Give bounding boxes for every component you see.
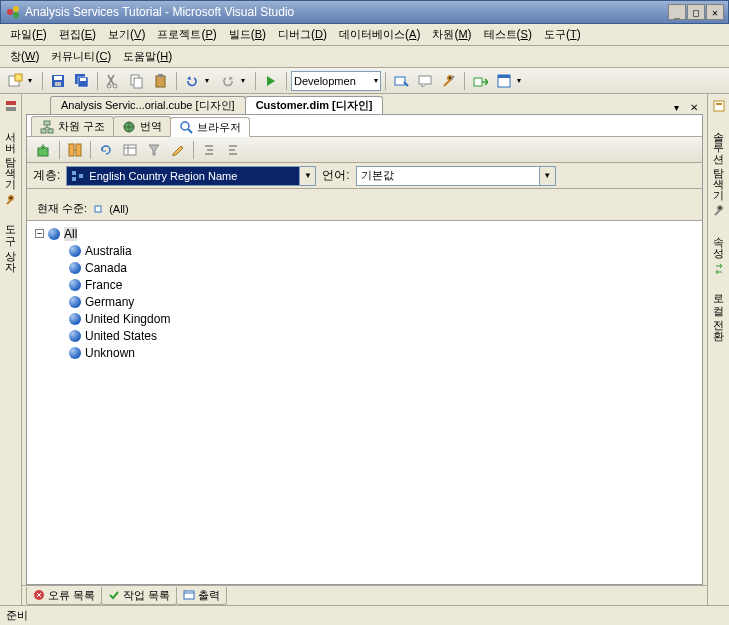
window-layout-button[interactable] [493,70,515,92]
expand-collapse-icon[interactable]: − [35,229,44,238]
tree-member-node[interactable]: Canada [69,259,694,276]
tab-dimension-structure[interactable]: 차원 구조 [31,116,114,136]
deploy-button[interactable] [469,70,491,92]
language-combo[interactable]: 기본값 ▼ [356,166,556,186]
redo-dropdown-icon[interactable]: ▾ [241,76,251,85]
error-list-tab[interactable]: 오류 목록 [26,587,102,605]
solution-explorer-icon[interactable] [711,98,727,114]
tree-member-node[interactable]: France [69,276,694,293]
menu-community[interactable]: 커뮤니티(C) [45,47,117,66]
menu-window[interactable]: 창(W) [4,47,45,66]
local-switch-tab[interactable]: 로컬 전환 [709,281,728,340]
indent-button[interactable] [198,139,220,161]
tab-browser[interactable]: 브라우저 [170,117,250,137]
minimize-button[interactable]: _ [668,4,686,20]
undo-button[interactable] [181,70,203,92]
tab-list-dropdown-icon[interactable]: ▾ [669,100,683,114]
menu-database[interactable]: 데이터베이스(A) [333,25,426,44]
svg-rect-31 [76,144,81,156]
tools-button[interactable] [438,70,460,92]
tree-member-node[interactable]: Unknown [69,344,694,361]
hierarchy-dropdown-icon[interactable]: ▼ [299,167,315,185]
reconnect-button[interactable] [64,139,86,161]
output-label: 출력 [198,588,220,603]
hierarchy-label: 계층: [33,167,60,184]
language-dropdown-icon[interactable]: ▼ [539,167,555,185]
outdent-button[interactable] [222,139,244,161]
task-list-label: 작업 목록 [123,588,170,603]
left-side-panels: 서버 탐색기 도구 상자 [0,94,22,605]
tree-root-node[interactable]: − All [35,225,694,242]
tree-member-label: Germany [85,295,134,309]
solution-config-combo[interactable]: Developmen▾ [291,71,381,91]
svg-rect-34 [72,177,76,181]
menu-test[interactable]: 테스트(S) [478,25,538,44]
member-icon [69,313,81,325]
save-all-button[interactable] [71,70,93,92]
tree-member-node[interactable]: Germany [69,293,694,310]
cut-button[interactable] [102,70,124,92]
redo-button[interactable] [217,70,239,92]
server-explorer-icon[interactable] [3,98,19,114]
local-switch-icon[interactable] [711,261,727,277]
toolbox-tab[interactable]: 도구 상자 [1,212,20,271]
server-explorer-tab[interactable]: 서버 탐색기 [1,118,20,188]
svg-rect-4 [15,74,22,81]
tab-translations[interactable]: 번역 [113,116,171,136]
tree-member-node[interactable]: United Kingdom [69,310,694,327]
new-dropdown-icon[interactable]: ▾ [28,76,38,85]
process-button[interactable] [33,139,55,161]
member-properties-button[interactable] [119,139,141,161]
menu-debug[interactable]: 디버그(D) [272,25,333,44]
close-document-button[interactable]: ✕ [687,100,701,114]
hierarchy-combo[interactable]: English Country Region Name ▼ [66,166,316,186]
close-button[interactable]: ✕ [706,4,724,20]
member-icon [69,279,81,291]
new-project-button[interactable] [4,70,26,92]
save-button[interactable] [47,70,69,92]
properties-icon[interactable] [711,203,727,219]
svg-rect-15 [156,76,165,87]
menu-file[interactable]: 파일(F) [4,25,53,44]
doc-tab-cube[interactable]: Analysis Servic...orial.cube [디자인] [50,96,246,114]
menu-edit[interactable]: 편집(E) [53,25,102,44]
undo-dropdown-icon[interactable]: ▾ [205,76,215,85]
tree-member-label: United Kingdom [85,312,170,326]
svg-rect-32 [124,145,136,155]
svg-rect-25 [41,129,46,133]
copy-button[interactable] [126,70,148,92]
member-icon [48,228,60,240]
current-level-value: (All) [109,203,129,215]
output-tab[interactable]: 출력 [176,587,227,605]
layout-dropdown-icon[interactable]: ▾ [517,76,527,85]
svg-rect-40 [716,103,722,105]
doc-tab-customer-dim[interactable]: Customer.dim [디자인] [245,96,384,114]
start-debug-button[interactable] [260,70,282,92]
find-button[interactable] [390,70,412,92]
properties-tab[interactable]: 속성 [709,223,728,257]
doc-tab-dim-label: Customer.dim [디자인] [256,98,373,113]
writeback-button[interactable] [167,139,189,161]
tree-member-node[interactable]: Australia [69,242,694,259]
document-body: 차원 구조 번역 브라우저 [26,114,703,585]
toolbox-icon[interactable] [3,192,19,208]
menu-tools[interactable]: 도구(T) [538,25,587,44]
task-list-tab[interactable]: 작업 목록 [101,587,177,605]
refresh-button[interactable] [95,139,117,161]
menu-project[interactable]: 프로젝트(P) [151,25,222,44]
menu-view[interactable]: 보기(V) [102,25,151,44]
svg-rect-16 [158,74,163,77]
paste-button[interactable] [150,70,172,92]
tree-member-node[interactable]: United States [69,327,694,344]
right-side-panels: 솔루션 탐색기 속성 로컬 전환 [707,94,729,605]
document-area: Analysis Servic...orial.cube [디자인] Custo… [22,94,707,605]
filter-button[interactable] [143,139,165,161]
maximize-button[interactable]: □ [687,4,705,20]
svg-rect-18 [419,76,431,84]
comment-button[interactable] [414,70,436,92]
menu-help[interactable]: 도움말(H) [117,47,178,66]
menu-dimension[interactable]: 차원(M) [426,25,477,44]
menu-build[interactable]: 빌드(B) [223,25,272,44]
solution-explorer-tab[interactable]: 솔루션 탐색기 [709,118,728,199]
current-level-row: 현재 수준: (All) [27,197,702,221]
